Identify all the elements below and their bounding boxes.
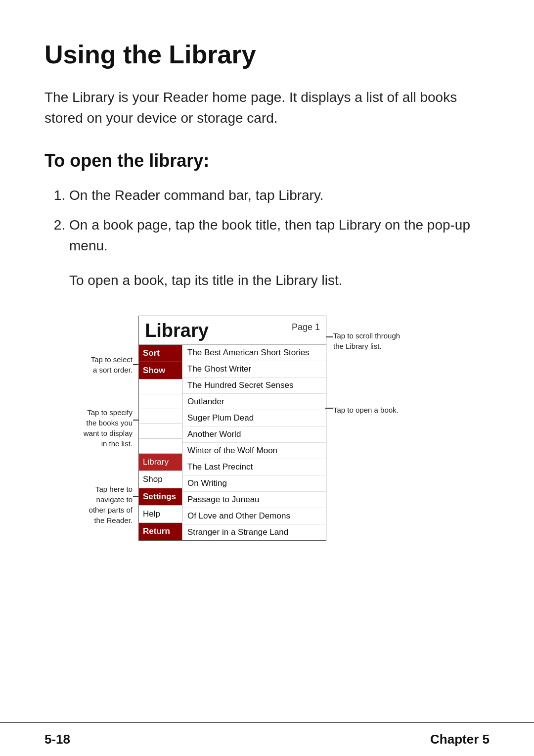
book-item[interactable]: The Ghost Writer [182,361,326,378]
annotation-scroll: Tap to scroll throughthe Library list. [333,331,432,351]
book-item[interactable]: The Hundred Secret Senses [182,378,326,394]
left-menu: Sort Show Library Shop Settings Help Ret… [139,345,182,540]
annotation-navigate: Tap here tonavigate toother parts ofthe … [74,484,133,525]
annotation-open-book: Tap to open a book. [333,405,422,415]
menu-library[interactable]: Library [139,454,182,471]
book-item[interactable]: Stranger in a Strange Land [182,524,326,540]
book-item[interactable]: The Last Precinct [182,459,326,475]
steps-list: On the Reader command bar, tap Library. … [69,185,490,256]
menu-spacer-5 [139,439,182,454]
footer-chapter: Chapter 5 [430,732,490,747]
menu-column: Sort Show Library Shop Settings Help Ret… [139,345,326,540]
menu-return[interactable]: Return [139,523,182,540]
page-title: Using the Library [44,40,490,69]
page-label: Page 1 [292,322,320,332]
book-list: The Best American Short Stories The Ghos… [182,345,326,540]
section-heading: To open the library: [44,150,490,171]
menu-spacer-3 [139,409,182,424]
diagram-area: Tap to selecta sort order. Tap to specif… [74,316,460,541]
menu-settings[interactable]: Settings [139,488,182,506]
menu-help[interactable]: Help [139,506,182,523]
menu-spacer-2 [139,394,182,409]
line-scroll [326,336,333,337]
book-item[interactable]: The Best American Short Stories [182,345,326,361]
book-item[interactable]: Another World [182,426,326,443]
footer-page-number: 5-18 [44,732,70,747]
book-item[interactable]: On Writing [182,475,326,492]
library-ui: Library Page 1 Sort Show Library Shop Se… [138,316,326,541]
intro-text: The Library is your Reader home page. It… [44,87,490,129]
book-item[interactable]: Of Love and Other Demons [182,508,326,524]
library-title: Library [145,320,209,341]
annotation-specify: Tap to specifythe books youwant to displ… [74,407,133,449]
book-item[interactable]: Suger Plum Dead [182,410,326,426]
line-open-book [325,408,333,409]
step-1: On the Reader command bar, tap Library. [69,185,490,206]
menu-shop[interactable]: Shop [139,471,182,488]
page-footer: 5-18 Chapter 5 [0,722,534,756]
sub-text: To open a book, tap its title in the Lib… [69,270,490,291]
book-item[interactable]: Outlander [182,394,326,410]
library-header: Library Page 1 [139,316,326,345]
book-item[interactable]: Passage to Juneau [182,492,326,508]
menu-spacer-4 [139,424,182,439]
menu-sort[interactable]: Sort [139,345,182,362]
step-2: On a book page, tap the book title, then… [69,215,490,256]
menu-spacer-1 [139,379,182,394]
annotation-sort: Tap to selecta sort order. [74,354,133,375]
book-item[interactable]: Winter of the Wolf Moon [182,443,326,459]
menu-show[interactable]: Show [139,362,182,379]
page-content: Using the Library The Library is your Re… [0,0,534,610]
